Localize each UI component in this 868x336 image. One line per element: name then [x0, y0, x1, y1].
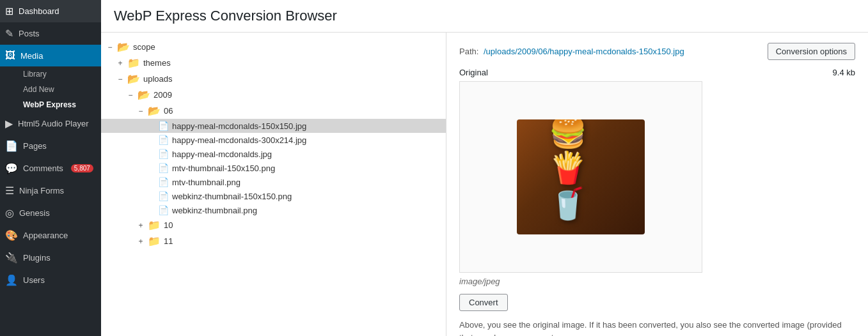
- detail-panel: Path: /uploads/2009/06/happy-meal-mcdona…: [446, 33, 868, 336]
- path-info: Path: /uploads/2009/06/happy-meal-mcdona…: [459, 47, 684, 56]
- path-label: Path:: [459, 47, 478, 56]
- users-icon: 👤: [5, 274, 18, 286]
- sidebar-item-library[interactable]: Library: [18, 66, 101, 82]
- sidebar-item-plugins[interactable]: 🔌 Plugins: [0, 247, 101, 269]
- file-tree-panel: − 📂 scope + 📁 themes − 📂 uploads − 📂 200…: [101, 33, 446, 336]
- tree-item-10[interactable]: + 📁 10: [101, 217, 446, 233]
- tree-item-file-7[interactable]: − 📄 webkinz-thumbnail.png: [101, 203, 446, 217]
- comments-badge: 5,807: [71, 164, 93, 172]
- tree-item-2009[interactable]: − 📂 2009: [101, 87, 446, 103]
- sidebar-item-ninja-forms[interactable]: ☰ Ninja Forms: [0, 179, 101, 202]
- file-icon-1: 📄: [158, 121, 169, 131]
- toggle-scope[interactable]: −: [106, 43, 114, 52]
- tree-item-file-2[interactable]: − 📄 happy-meal-mcdonalds-300x214.jpg: [101, 133, 446, 147]
- tree-label-themes: themes: [143, 58, 171, 68]
- file-icon-2: 📄: [158, 135, 169, 145]
- tree-label-10: 10: [164, 220, 173, 230]
- image-mimetype: image/jpeg: [459, 277, 855, 286]
- folder-icon-2009: 📂: [138, 89, 150, 101]
- sidebar: ⊞ Dashboard ✎ Posts 🖼 Media Library Add …: [0, 0, 101, 336]
- file-icon-7: 📄: [158, 205, 169, 215]
- tree-label-file-6: webkinz-thumbnail-150x150.png: [172, 192, 292, 201]
- tree-item-11[interactable]: + 📁 11: [101, 233, 446, 249]
- dashboard-icon: ⊞: [5, 5, 13, 17]
- sidebar-item-html5-audio[interactable]: ▶ Html5 Audio Player: [0, 112, 101, 135]
- sidebar-item-appearance[interactable]: 🎨 Appearance: [0, 224, 101, 247]
- sidebar-item-comments[interactable]: 💬 Comments 5,807: [0, 157, 101, 179]
- genesis-icon: ◎: [5, 207, 14, 219]
- media-icon: 🖼: [5, 50, 15, 61]
- toggle-11[interactable]: +: [137, 237, 145, 246]
- tree-label-file-7: webkinz-thumbnail.png: [172, 206, 257, 215]
- tree-label-file-2: happy-meal-mcdonalds-300x214.jpg: [172, 135, 306, 145]
- tree-label-scope: scope: [133, 42, 155, 52]
- folder-icon-06: 📂: [148, 105, 161, 117]
- conversion-options-button[interactable]: Conversion options: [768, 43, 855, 60]
- tree-item-file-4[interactable]: − 📄 mtv-thumbnail-150x150.png: [101, 161, 446, 175]
- file-icon-3: 📄: [158, 149, 169, 159]
- file-icon-5: 📄: [158, 177, 169, 187]
- tree-label-uploads: uploads: [143, 74, 173, 84]
- page-header: WebP Express Conversion Browser: [101, 0, 868, 33]
- main-content: WebP Express Conversion Browser − 📂 scop…: [101, 0, 868, 336]
- sidebar-item-webp-express[interactable]: WebP Express: [18, 97, 101, 112]
- folder-icon-themes: 📁: [127, 57, 140, 69]
- page-title: WebP Express Conversion Browser: [114, 8, 855, 24]
- sidebar-item-posts[interactable]: ✎ Posts: [0, 22, 101, 45]
- toggle-06[interactable]: −: [137, 107, 145, 116]
- sidebar-item-users[interactable]: 👤 Users: [0, 269, 101, 291]
- toggle-10[interactable]: +: [137, 221, 145, 230]
- audio-icon: ▶: [5, 118, 13, 130]
- toggle-themes[interactable]: +: [116, 59, 124, 68]
- sidebar-item-pages[interactable]: 📄 Pages: [0, 135, 101, 157]
- content-area: − 📂 scope + 📁 themes − 📂 uploads − 📂 200…: [101, 33, 868, 336]
- file-icon-6: 📄: [158, 191, 169, 201]
- folder-icon-11: 📁: [148, 235, 161, 247]
- sidebar-item-add-new[interactable]: Add New: [18, 82, 101, 97]
- toggle-2009[interactable]: −: [127, 91, 134, 100]
- tree-label-file-4: mtv-thumbnail-150x150.png: [172, 164, 275, 173]
- ninja-forms-icon: ☰: [5, 185, 14, 197]
- image-info-row: Original 9.4 kb: [459, 68, 855, 77]
- path-row: Path: /uploads/2009/06/happy-meal-mcdona…: [459, 43, 855, 60]
- tree-label-11: 11: [164, 236, 173, 246]
- meal-image: [517, 119, 645, 234]
- tree-label-2009: 2009: [154, 90, 172, 100]
- folder-icon-10: 📁: [148, 219, 161, 231]
- toggle-uploads[interactable]: −: [116, 75, 124, 84]
- folder-icon-uploads: 📂: [127, 73, 140, 85]
- image-preview-box: [459, 81, 702, 273]
- sidebar-item-genesis[interactable]: ◎ Genesis: [0, 202, 101, 224]
- path-value: /uploads/2009/06/happy-meal-mcdonalds-15…: [484, 47, 684, 56]
- image-size: 9.4 kb: [833, 68, 855, 77]
- folder-icon-scope: 📂: [117, 41, 130, 53]
- file-icon-4: 📄: [158, 163, 169, 173]
- sidebar-item-media[interactable]: 🖼 Media: [0, 45, 101, 66]
- media-submenu: Library Add New WebP Express: [0, 66, 101, 112]
- convert-button[interactable]: Convert: [459, 294, 508, 311]
- tree-item-file-5[interactable]: − 📄 mtv-thumbnail.png: [101, 175, 446, 189]
- sidebar-item-dashboard[interactable]: ⊞ Dashboard: [0, 0, 101, 22]
- appearance-icon: 🎨: [5, 229, 18, 241]
- tree-label-file-1: happy-meal-mcdonalds-150x150.jpg: [172, 121, 306, 131]
- tree-item-uploads[interactable]: − 📂 uploads: [101, 71, 446, 87]
- tree-item-file-3[interactable]: − 📄 happy-meal-mcdonalds.jpg: [101, 147, 446, 161]
- plugins-icon: 🔌: [5, 252, 18, 264]
- tree-item-06[interactable]: − 📂 06: [101, 103, 446, 119]
- tree-label-file-5: mtv-thumbnail.png: [172, 178, 241, 187]
- tree-label-file-3: happy-meal-mcdonalds.jpg: [172, 149, 272, 159]
- tree-item-scope[interactable]: − 📂 scope: [101, 39, 446, 55]
- posts-icon: ✎: [5, 27, 13, 40]
- original-label: Original: [459, 68, 488, 77]
- comments-icon: 💬: [5, 162, 18, 174]
- tree-item-themes[interactable]: + 📁 themes: [101, 55, 446, 71]
- description-text: Above, you see the original image. If it…: [459, 319, 855, 336]
- tree-item-file-1[interactable]: − 📄 happy-meal-mcdonalds-150x150.jpg: [101, 119, 446, 133]
- pages-icon: 📄: [5, 140, 18, 152]
- tree-label-06: 06: [164, 106, 173, 116]
- tree-item-file-6[interactable]: − 📄 webkinz-thumbnail-150x150.png: [101, 189, 446, 203]
